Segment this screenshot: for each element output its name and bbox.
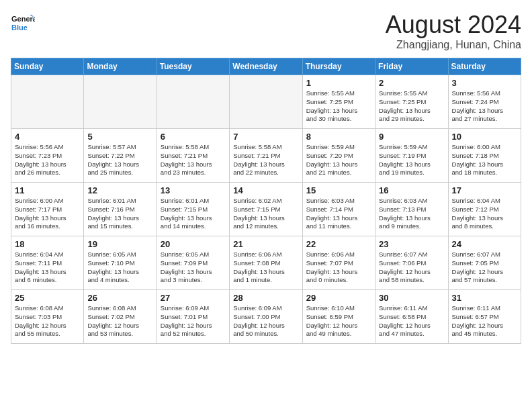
cell-info: Sunrise: 6:04 AM Sunset: 7:11 PM Dayligh… [15, 250, 80, 285]
week-row-1: 1Sunrise: 5:55 AM Sunset: 7:25 PM Daylig… [11, 75, 521, 129]
week-row-2: 4Sunrise: 5:56 AM Sunset: 7:23 PM Daylig… [11, 129, 521, 183]
calendar-cell: 28Sunrise: 6:09 AM Sunset: 7:00 PM Dayli… [230, 290, 302, 344]
cell-info: Sunrise: 6:11 AM Sunset: 6:57 PM Dayligh… [452, 304, 517, 338]
cell-info: Sunrise: 6:08 AM Sunset: 7:03 PM Dayligh… [15, 304, 80, 338]
cell-info: Sunrise: 6:00 AM Sunset: 7:17 PM Dayligh… [15, 197, 80, 231]
col-header-monday: Monday [84, 58, 157, 75]
cell-info: Sunrise: 6:07 AM Sunset: 7:06 PM Dayligh… [379, 250, 444, 285]
day-number: 3 [452, 78, 517, 88]
calendar-cell: 16Sunrise: 6:03 AM Sunset: 7:13 PM Dayli… [375, 183, 448, 236]
calendar-cell: 23Sunrise: 6:07 AM Sunset: 7:06 PM Dayli… [375, 236, 448, 290]
week-row-5: 25Sunrise: 6:08 AM Sunset: 7:03 PM Dayli… [11, 290, 521, 344]
week-row-3: 11Sunrise: 6:00 AM Sunset: 7:17 PM Dayli… [11, 183, 521, 236]
calendar-cell [84, 75, 157, 129]
day-number: 27 [161, 293, 226, 303]
day-number: 9 [379, 132, 444, 142]
day-number: 16 [379, 185, 444, 195]
calendar-cell: 19Sunrise: 6:05 AM Sunset: 7:10 PM Dayli… [84, 236, 157, 290]
calendar-cell [157, 75, 229, 129]
day-number: 26 [87, 293, 152, 303]
day-number: 23 [379, 239, 444, 249]
cell-info: Sunrise: 6:00 AM Sunset: 7:18 PM Dayligh… [452, 143, 517, 177]
day-number: 20 [161, 239, 226, 249]
calendar-cell: 21Sunrise: 6:06 AM Sunset: 7:08 PM Dayli… [230, 236, 302, 290]
day-number: 31 [452, 293, 517, 303]
day-number: 29 [306, 293, 371, 303]
cell-info: Sunrise: 6:05 AM Sunset: 7:09 PM Dayligh… [161, 250, 226, 285]
cell-info: Sunrise: 6:03 AM Sunset: 7:14 PM Dayligh… [306, 197, 371, 231]
day-number: 24 [452, 239, 517, 249]
calendar-cell: 1Sunrise: 5:55 AM Sunset: 7:25 PM Daylig… [302, 75, 375, 129]
calendar-cell: 5Sunrise: 5:57 AM Sunset: 7:22 PM Daylig… [84, 129, 157, 183]
calendar-cell [11, 75, 84, 129]
cell-info: Sunrise: 6:07 AM Sunset: 7:05 PM Dayligh… [452, 250, 517, 285]
logo-svg: General Blue [11, 11, 35, 35]
cell-info: Sunrise: 6:06 AM Sunset: 7:07 PM Dayligh… [306, 250, 371, 285]
day-number: 13 [161, 185, 226, 195]
title-block: August 2024 Zhangjiang, Hunan, China [386, 11, 521, 51]
cell-info: Sunrise: 6:11 AM Sunset: 6:58 PM Dayligh… [379, 304, 444, 338]
cell-info: Sunrise: 6:04 AM Sunset: 7:12 PM Dayligh… [452, 197, 517, 231]
cell-info: Sunrise: 6:02 AM Sunset: 7:15 PM Dayligh… [233, 197, 298, 231]
calendar-cell: 22Sunrise: 6:06 AM Sunset: 7:07 PM Dayli… [302, 236, 375, 290]
cell-info: Sunrise: 5:59 AM Sunset: 7:20 PM Dayligh… [306, 143, 371, 177]
calendar-cell: 13Sunrise: 6:01 AM Sunset: 7:15 PM Dayli… [157, 183, 229, 236]
cell-info: Sunrise: 5:58 AM Sunset: 7:21 PM Dayligh… [233, 143, 298, 177]
calendar-cell: 11Sunrise: 6:00 AM Sunset: 7:17 PM Dayli… [11, 183, 84, 236]
day-number: 4 [15, 132, 80, 142]
cell-info: Sunrise: 6:09 AM Sunset: 7:00 PM Dayligh… [233, 304, 298, 338]
calendar-cell: 14Sunrise: 6:02 AM Sunset: 7:15 PM Dayli… [230, 183, 302, 236]
cell-info: Sunrise: 5:59 AM Sunset: 7:19 PM Dayligh… [379, 143, 444, 177]
day-number: 14 [233, 185, 298, 195]
calendar-cell: 27Sunrise: 6:09 AM Sunset: 7:01 PM Dayli… [157, 290, 229, 344]
day-number: 22 [306, 239, 371, 249]
day-number: 21 [233, 239, 298, 249]
day-number: 15 [306, 185, 371, 195]
day-number: 12 [87, 185, 152, 195]
col-header-friday: Friday [375, 58, 448, 75]
calendar-cell: 9Sunrise: 5:59 AM Sunset: 7:19 PM Daylig… [375, 129, 448, 183]
calendar-cell: 2Sunrise: 5:55 AM Sunset: 7:25 PM Daylig… [375, 75, 448, 129]
calendar-cell: 30Sunrise: 6:11 AM Sunset: 6:58 PM Dayli… [375, 290, 448, 344]
page-header: General Blue August 2024 Zhangjiang, Hun… [11, 11, 521, 51]
calendar-cell: 3Sunrise: 5:56 AM Sunset: 7:24 PM Daylig… [448, 75, 521, 129]
calendar-cell: 4Sunrise: 5:56 AM Sunset: 7:23 PM Daylig… [11, 129, 84, 183]
calendar-table: SundayMondayTuesdayWednesdayThursdayFrid… [11, 58, 521, 344]
day-number: 5 [87, 132, 152, 142]
cell-info: Sunrise: 5:56 AM Sunset: 7:23 PM Dayligh… [15, 143, 80, 177]
day-number: 25 [15, 293, 80, 303]
day-number: 6 [161, 132, 226, 142]
calendar-cell: 6Sunrise: 5:58 AM Sunset: 7:21 PM Daylig… [157, 129, 229, 183]
cell-info: Sunrise: 6:03 AM Sunset: 7:13 PM Dayligh… [379, 197, 444, 231]
location-title: Zhangjiang, Hunan, China [386, 39, 521, 51]
cell-info: Sunrise: 5:56 AM Sunset: 7:24 PM Dayligh… [452, 89, 517, 124]
calendar-cell: 18Sunrise: 6:04 AM Sunset: 7:11 PM Dayli… [11, 236, 84, 290]
day-number: 2 [379, 78, 444, 88]
calendar-cell: 8Sunrise: 5:59 AM Sunset: 7:20 PM Daylig… [302, 129, 375, 183]
calendar-cell: 17Sunrise: 6:04 AM Sunset: 7:12 PM Dayli… [448, 183, 521, 236]
day-number: 10 [452, 132, 517, 142]
cell-info: Sunrise: 5:55 AM Sunset: 7:25 PM Dayligh… [306, 89, 371, 124]
cell-info: Sunrise: 6:01 AM Sunset: 7:15 PM Dayligh… [161, 197, 226, 231]
calendar-cell: 7Sunrise: 5:58 AM Sunset: 7:21 PM Daylig… [230, 129, 302, 183]
calendar-cell: 10Sunrise: 6:00 AM Sunset: 7:18 PM Dayli… [448, 129, 521, 183]
header-row: SundayMondayTuesdayWednesdayThursdayFrid… [11, 58, 521, 75]
col-header-saturday: Saturday [448, 58, 521, 75]
col-header-tuesday: Tuesday [157, 58, 229, 75]
col-header-thursday: Thursday [302, 58, 375, 75]
day-number: 17 [452, 185, 517, 195]
col-header-sunday: Sunday [11, 58, 84, 75]
day-number: 28 [233, 293, 298, 303]
cell-info: Sunrise: 6:05 AM Sunset: 7:10 PM Dayligh… [87, 250, 152, 285]
day-number: 7 [233, 132, 298, 142]
col-header-wednesday: Wednesday [230, 58, 302, 75]
cell-info: Sunrise: 6:06 AM Sunset: 7:08 PM Dayligh… [233, 250, 298, 285]
calendar-cell: 15Sunrise: 6:03 AM Sunset: 7:14 PM Dayli… [302, 183, 375, 236]
calendar-cell: 29Sunrise: 6:10 AM Sunset: 6:59 PM Dayli… [302, 290, 375, 344]
day-number: 30 [379, 293, 444, 303]
calendar-cell: 20Sunrise: 6:05 AM Sunset: 7:09 PM Dayli… [157, 236, 229, 290]
calendar-cell: 12Sunrise: 6:01 AM Sunset: 7:16 PM Dayli… [84, 183, 157, 236]
svg-text:Blue: Blue [11, 24, 28, 32]
cell-info: Sunrise: 6:10 AM Sunset: 6:59 PM Dayligh… [306, 304, 371, 338]
day-number: 1 [306, 78, 371, 88]
